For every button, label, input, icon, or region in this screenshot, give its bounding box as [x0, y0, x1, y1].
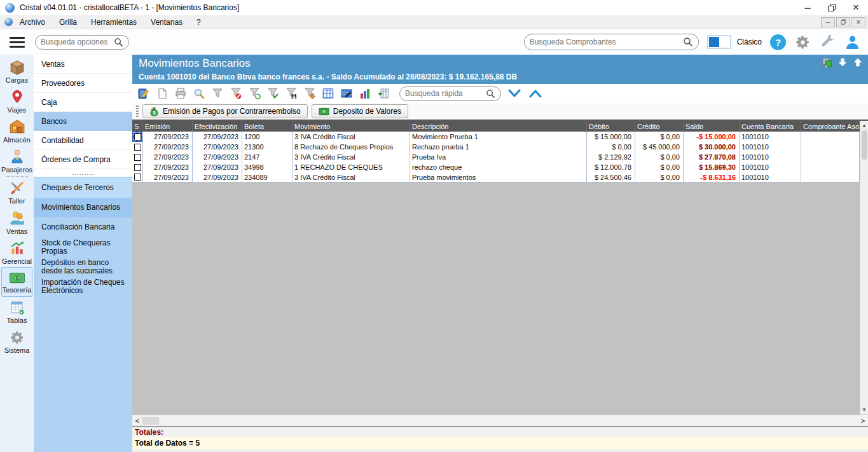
close-button[interactable]: ×	[844, 0, 868, 15]
col-header-descripcion[interactable]: Descripción	[410, 121, 587, 132]
hamburger-menu-icon[interactable]	[10, 37, 25, 48]
col-header-debito[interactable]: Débito	[587, 121, 635, 132]
comprobantes-search[interactable]	[524, 34, 699, 50]
search-records-icon[interactable]	[193, 87, 205, 100]
edit-record-icon[interactable]	[137, 87, 150, 100]
filter-icon[interactable]	[211, 87, 224, 100]
col-header-comprobante[interactable]: Comprobante Aso	[801, 121, 860, 132]
row-checkbox[interactable]	[134, 164, 141, 171]
minimize-button[interactable]: ─	[796, 0, 820, 15]
nav-item-gerencial[interactable]: Gerencial	[1, 237, 32, 267]
nav-item-tablas[interactable]: Tablas	[1, 297, 32, 327]
nav-item-cargas[interactable]: Cargas	[1, 56, 32, 86]
menu-herramientas[interactable]: Herramientas	[84, 15, 144, 29]
nav-item-almacen[interactable]: Almacén	[1, 116, 32, 146]
mdi-restore-button[interactable]	[836, 17, 850, 27]
quick-search[interactable]	[399, 86, 501, 101]
user-icon[interactable]	[844, 34, 860, 50]
vertical-scrollbar[interactable]: ▲ ▼	[860, 121, 868, 414]
layout-color-icon[interactable]	[822, 57, 832, 70]
print-icon[interactable]	[174, 87, 187, 100]
nav-item-taller[interactable]: Taller	[1, 177, 32, 207]
toolbar-grip[interactable]	[136, 106, 139, 117]
mdi-close-button[interactable]: ×	[851, 17, 865, 27]
sidebar-item-movimientos-bancarios[interactable]: Movimientos Bancarios	[34, 198, 132, 217]
chart-icon[interactable]	[359, 87, 371, 100]
col-header-credito[interactable]: Crédito	[635, 121, 684, 132]
sidebar-item-ventas[interactable]: Ventas	[34, 55, 132, 74]
nav-item-pasajeros[interactable]: Pasajeros	[1, 146, 32, 175]
help-icon[interactable]: ?	[770, 34, 786, 50]
filter-export-icon[interactable]	[303, 87, 316, 100]
col-header-boleta[interactable]: Boleta	[242, 121, 293, 132]
table-row[interactable]: 27/09/2023 27/09/2023 1200 3 IVA Crédito…	[132, 132, 860, 142]
sidebar-item-ordenes-de-compra[interactable]: Órdenes de Compra	[34, 150, 132, 169]
classic-toggle[interactable]	[707, 35, 731, 49]
row-checkbox[interactable]	[134, 144, 141, 151]
comprobantes-search-input[interactable]	[530, 38, 683, 46]
nav-item-viajes[interactable]: Viajes	[1, 86, 32, 116]
sidebar-item-stock-chequeras[interactable]: Stock de Chequeras Propias	[34, 237, 132, 257]
sidebar-item-contabilidad[interactable]: Contabilidad	[34, 131, 132, 150]
scroll-up-icon[interactable]: ▲	[860, 121, 868, 130]
table-row[interactable]: 27/09/2023 27/09/2023 234089 3 IVA Crédi…	[132, 172, 860, 182]
filter-refresh-icon[interactable]	[248, 87, 261, 100]
sidebar-item-importacion-cheques[interactable]: Importación de Cheques Electrónicos	[34, 277, 132, 296]
nav-item-tesoreria[interactable]: $ Tesorería	[1, 267, 32, 297]
filter-save-icon[interactable]	[285, 87, 298, 100]
grid-columns-icon[interactable]	[322, 87, 334, 100]
sidebar-item-bancos[interactable]: Bancos	[34, 112, 132, 131]
col-header-efectivizacion[interactable]: Efectivización	[193, 121, 242, 132]
grid-edit-icon[interactable]	[340, 87, 353, 100]
row-checkbox-cell[interactable]	[132, 142, 143, 152]
table-row[interactable]: 27/09/2023 27/09/2023 34998 1 RECHAZO DE…	[132, 162, 860, 172]
quick-search-input[interactable]	[405, 89, 486, 98]
row-checkbox[interactable]	[134, 134, 141, 140]
table-row[interactable]: 27/09/2023 27/09/2023 21300 8 Rechazo de…	[132, 142, 860, 152]
sidebar-item-proveedores[interactable]: Proveedores	[34, 74, 132, 93]
vertical-scroll-thumb[interactable]	[862, 130, 867, 160]
sidebar-item-conciliacion-bancaria[interactable]: Conciliación Bancaria	[34, 217, 132, 237]
col-header-s[interactable]: S	[132, 121, 143, 132]
options-search-input[interactable]	[41, 38, 114, 46]
tools-wrench-icon[interactable]	[819, 34, 836, 50]
sidebar-item-depositos-sucursales[interactable]: Depósitos en banco desde las sucursales	[34, 257, 132, 277]
row-checkbox[interactable]	[134, 154, 141, 161]
menu-ventanas[interactable]: Ventanas	[144, 15, 189, 29]
panel-up-icon[interactable]	[853, 57, 863, 70]
filter-clear-icon[interactable]	[230, 87, 242, 100]
horizontal-scroll-thumb[interactable]	[142, 417, 159, 425]
collapse-up-icon[interactable]	[528, 88, 543, 99]
scroll-down-icon[interactable]: ▼	[860, 405, 868, 414]
row-checkbox-cell[interactable]	[132, 152, 143, 162]
deposito-valores-button[interactable]: Deposito de Valores	[312, 104, 408, 118]
row-checkbox-cell[interactable]	[132, 172, 143, 182]
nav-item-sistema[interactable]: Sistema	[1, 327, 32, 357]
panel-down-icon[interactable]	[837, 57, 848, 70]
col-header-emision[interactable]: Emisión	[143, 121, 193, 132]
nav-item-ventas[interactable]: Ventas	[1, 207, 32, 237]
col-header-saldo[interactable]: Saldo	[684, 121, 740, 132]
table-row[interactable]: 27/09/2023 27/09/2023 2147 3 IVA Crédito…	[132, 152, 860, 162]
sidebar-item-cheques-de-terceros[interactable]: Cheques de Terceros	[34, 178, 132, 198]
filter-apply-icon[interactable]	[266, 87, 279, 100]
grid-add-icon[interactable]	[377, 87, 390, 100]
col-header-movimiento[interactable]: Movimiento	[293, 121, 410, 132]
mdi-minimize-button[interactable]: ─	[821, 17, 835, 27]
horizontal-scrollbar[interactable]: < >	[132, 414, 868, 426]
col-header-cuenta-bancaria[interactable]: Cuenta Bancaria	[740, 121, 801, 132]
row-checkbox-cell[interactable]	[132, 132, 143, 142]
options-search[interactable]	[35, 35, 129, 50]
scroll-right-icon[interactable]: >	[858, 417, 868, 425]
menu-grilla[interactable]: Grilla	[52, 15, 84, 29]
settings-gear-icon[interactable]	[794, 34, 811, 50]
sidebar-splitter[interactable]: .........	[34, 169, 132, 177]
row-checkbox[interactable]	[134, 174, 141, 181]
menu-archivo[interactable]: Archivo	[13, 15, 52, 29]
sidebar-item-caja[interactable]: Caja	[34, 93, 132, 112]
new-record-icon[interactable]	[156, 87, 169, 100]
restore-button[interactable]	[820, 0, 844, 15]
scroll-left-icon[interactable]: <	[132, 417, 142, 425]
row-checkbox-cell[interactable]	[132, 162, 143, 172]
expand-down-icon[interactable]	[507, 88, 522, 99]
